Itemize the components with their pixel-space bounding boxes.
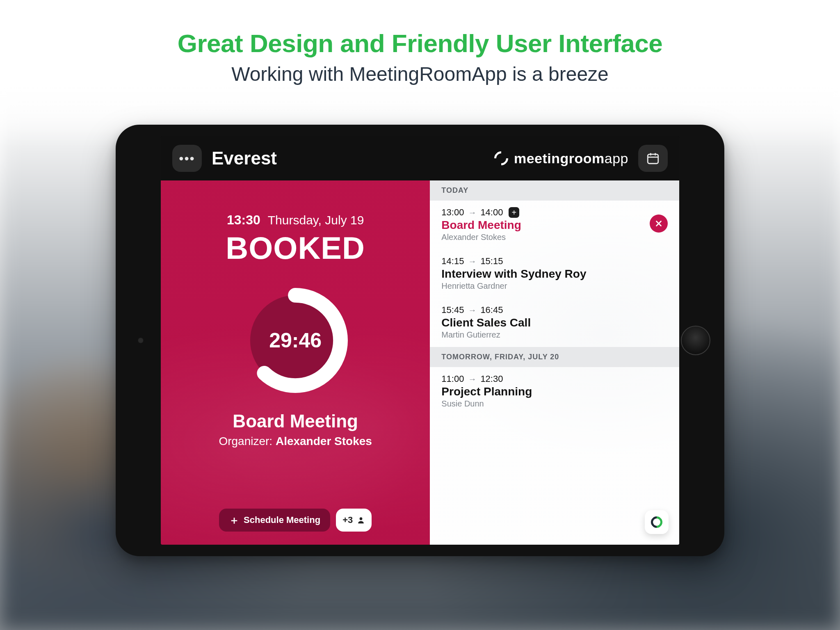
arrow-right-icon: → — [468, 208, 476, 217]
event-time-range: 13:00→14:00+ — [441, 207, 668, 218]
event-time-range: 11:00→12:30 — [441, 374, 668, 384]
event-end-time: 12:30 — [480, 374, 503, 384]
device-camera — [138, 338, 144, 343]
organizer-line: Organizer: Alexander Stokes — [219, 435, 372, 448]
plus-icon: ＋ — [229, 515, 240, 525]
svg-point-3 — [360, 517, 363, 520]
attendees-extra-count: +3 — [342, 515, 353, 525]
calendar-button[interactable] — [638, 145, 668, 172]
extend-meeting-button[interactable]: + — [509, 207, 519, 218]
device-home-button[interactable] — [681, 326, 710, 355]
agenda-event[interactable]: 13:00→14:00+Board MeetingAlexander Stoke… — [430, 201, 679, 249]
organizer-label: Organizer: — [219, 435, 272, 447]
cancel-meeting-button[interactable] — [650, 215, 668, 233]
agenda-event[interactable]: 14:15→15:15Interview with Sydney RoyHenr… — [430, 249, 679, 298]
current-time: 13:30 — [227, 212, 260, 228]
headline-subtitle: Working with MeetingRoomApp is a breeze — [0, 63, 840, 85]
top-bar: ••• Everest meetingroomapp — [161, 136, 679, 180]
brand-ring-mini-icon — [648, 514, 665, 530]
event-title: Interview with Sydney Roy — [441, 267, 668, 281]
app-screen: ••• Everest meetingroomapp — [161, 136, 679, 545]
brand-text-suffix: app — [605, 151, 628, 166]
event-start-time: 11:00 — [441, 374, 464, 384]
schedule-meeting-label: Schedule Meeting — [244, 515, 320, 525]
event-organizer: Henrietta Gardner — [441, 281, 668, 291]
arrow-right-icon: → — [468, 374, 476, 384]
calendar-icon — [646, 151, 660, 165]
marketing-headline: Great Design and Friendly User Interface… — [0, 29, 840, 85]
brand-fab-button[interactable] — [645, 510, 669, 534]
status-inner: 13:30 Thursday, July 19 BOOKED 29:46 Boa… — [161, 180, 430, 545]
event-title: Board Meeting — [441, 219, 668, 232]
tablet-device-frame: ••• Everest meetingroomapp — [116, 125, 724, 556]
clock-line: 13:30 Thursday, July 19 — [227, 212, 364, 228]
countdown-value: 29:46 — [243, 288, 348, 393]
current-date: Thursday, July 19 — [268, 213, 364, 227]
status-word: BOOKED — [226, 230, 365, 266]
brand-ring-icon — [491, 148, 511, 168]
event-end-time: 15:15 — [480, 256, 503, 267]
agenda-event[interactable]: 15:45→16:45Client Sales CallMartin Gutie… — [430, 298, 679, 347]
event-end-time: 14:00 — [480, 207, 503, 218]
headline-title: Great Design and Friendly User Interface — [0, 29, 840, 58]
room-name: Everest — [212, 148, 277, 169]
event-time-range: 15:45→16:45 — [441, 305, 668, 315]
event-organizer: Martin Gutierrez — [441, 330, 668, 340]
event-title: Client Sales Call — [441, 316, 668, 329]
action-chip-row: ＋ Schedule Meeting +3 — [219, 509, 372, 532]
svg-rect-0 — [648, 154, 658, 164]
arrow-right-icon: → — [468, 257, 476, 266]
organizer-name: Alexander Stokes — [276, 435, 372, 447]
current-meeting-title: Board Meeting — [233, 411, 358, 431]
event-organizer: Susie Dunn — [441, 399, 668, 409]
event-end-time: 16:45 — [480, 305, 503, 315]
event-start-time: 15:45 — [441, 305, 464, 315]
status-panel: 13:30 Thursday, July 19 BOOKED 29:46 Boa… — [161, 180, 430, 545]
close-icon — [654, 219, 663, 228]
agenda-section-header: TODAY — [430, 180, 679, 201]
agenda-panel: TODAY13:00→14:00+Board MeetingAlexander … — [430, 180, 679, 545]
more-options-button[interactable]: ••• — [172, 145, 202, 172]
more-icon: ••• — [179, 151, 195, 166]
agenda-section-header: TOMORROW, FRIDAY, JULY 20 — [430, 347, 679, 367]
event-organizer: Alexander Stokes — [441, 233, 668, 242]
event-start-time: 14:15 — [441, 256, 464, 267]
countdown-dial: 29:46 — [243, 288, 348, 393]
event-time-range: 14:15→15:15 — [441, 256, 668, 267]
event-start-time: 13:00 — [441, 207, 464, 218]
schedule-meeting-button[interactable]: ＋ Schedule Meeting — [219, 509, 330, 532]
attendees-button[interactable]: +3 — [336, 509, 372, 532]
brand-logo: meetingroomapp — [494, 151, 628, 167]
main-split: 13:30 Thursday, July 19 BOOKED 29:46 Boa… — [161, 180, 679, 545]
brand-text-prefix: meetingroom — [514, 151, 605, 166]
agenda-event[interactable]: 11:00→12:30Project PlanningSusie Dunn — [430, 367, 679, 416]
arrow-right-icon: → — [468, 306, 476, 315]
event-title: Project Planning — [441, 385, 668, 398]
person-icon — [357, 516, 365, 524]
